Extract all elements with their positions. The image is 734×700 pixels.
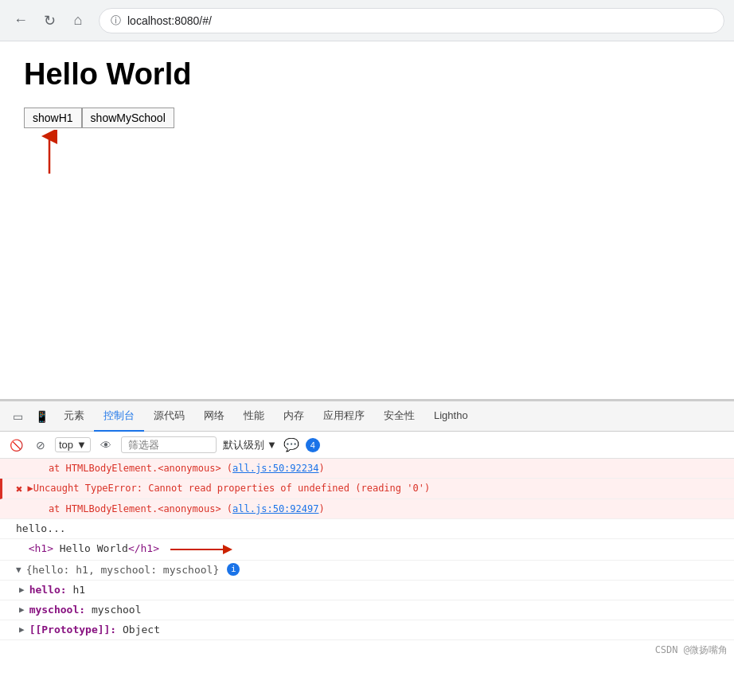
level-selector[interactable]: 默认级别 ▼ [223, 438, 277, 452]
level-dropdown-icon: ▼ [267, 439, 277, 451]
prototype-prop-text: [[Prototype]]: Object [29, 623, 160, 637]
page-content: Hello World showH1 showMySchool [0, 41, 734, 400]
myschool-prop-text: myschool: myschool [29, 603, 142, 617]
console-toolbar: 🚫 ⊘ top ▼ 👁 默认级别 ▼ 💬 4 [0, 432, 734, 459]
error1-at-text: at HTMLBodyElement.<anonymous> (all.js:5… [25, 461, 325, 475]
filter-button[interactable]: ⊘ [33, 437, 49, 453]
message-icon: 💬 [283, 437, 299, 452]
prototype-expand-icon[interactable]: ▶ [19, 623, 25, 637]
nav-buttons: ← ↻ ⌂ [10, 10, 89, 32]
console-output: at HTMLBodyElement.<anonymous> (all.js:5… [0, 459, 734, 698]
context-label: top [59, 439, 73, 451]
error2-icon: ✖ [16, 482, 22, 496]
console-prototype-prop: ▶ [[Prototype]]: Object [0, 620, 734, 640]
csdn-watermark: CSDN @微扬嘴角 [0, 640, 734, 660]
error1-link[interactable]: all.js:50:92234 [232, 463, 318, 474]
back-button[interactable]: ← [10, 10, 32, 32]
info-icon: ⓘ [111, 14, 121, 28]
console-plain-hello: hello... [0, 519, 734, 539]
tab-console[interactable]: 控制台 [94, 401, 144, 432]
context-selector[interactable]: top ▼ [55, 437, 91, 452]
console-error-1-at: at HTMLBodyElement.<anonymous> (all.js:5… [0, 459, 734, 479]
console-red-arrow [170, 542, 234, 557]
show-h1-button[interactable]: showH1 [24, 108, 82, 128]
tab-network[interactable]: 网络 [194, 401, 234, 432]
reload-button[interactable]: ↻ [38, 10, 61, 32]
tab-elements[interactable]: 元素 [54, 401, 94, 432]
tab-performance[interactable]: 性能 [234, 401, 274, 432]
devtools-tabbar: ▭ 📱 元素 控制台 源代码 网络 性能 内存 应用程序 安全性 Lightho [0, 401, 734, 432]
page-title: Hello World [24, 57, 710, 92]
context-dropdown-icon: ▼ [76, 439, 87, 451]
object-info-icon: i [227, 563, 240, 576]
console-h1-tag: <h1> Hello World</h1> [0, 539, 734, 561]
level-label: 默认级别 [223, 438, 264, 452]
url-text: localhost:8080/#/ [127, 14, 212, 27]
object-text: {hello: h1, myschool: myschool} [26, 563, 220, 577]
home-button[interactable]: ⌂ [67, 10, 89, 32]
device-toolbar-icon[interactable]: 📱 [30, 405, 53, 428]
tab-lighthouse[interactable]: Lightho [424, 401, 478, 432]
error2-link[interactable]: all.js:50:92497 [232, 503, 318, 514]
error2-text: ▶Uncaught TypeError: Cannot read propert… [27, 481, 430, 495]
error2-at-text: at HTMLBodyElement.<anonymous> (all.js:5… [25, 502, 325, 516]
clear-console-button[interactable]: 🚫 [6, 437, 26, 453]
tab-sources[interactable]: 源代码 [144, 401, 194, 432]
hello-prop-text: hello: h1 [29, 583, 85, 597]
console-myschool-prop: ▶ myschool: myschool [0, 600, 734, 620]
tab-memory[interactable]: 内存 [274, 401, 314, 432]
tab-security[interactable]: 安全性 [374, 401, 424, 432]
error-count-badge: 4 [306, 438, 320, 452]
console-error-2-at: at HTMLBodyElement.<anonymous> (all.js:5… [0, 499, 734, 519]
hello-expand-icon[interactable]: ▶ [19, 583, 25, 597]
h1-tag-text: <h1> Hello World</h1> [16, 542, 159, 556]
tab-application[interactable]: 应用程序 [314, 401, 374, 432]
myschool-expand-icon[interactable]: ▶ [19, 603, 25, 617]
inspect-element-icon[interactable]: ▭ [6, 405, 29, 428]
red-arrow [33, 130, 65, 174]
devtools-panel: ▭ 📱 元素 控制台 源代码 网络 性能 内存 应用程序 安全性 Lightho… [0, 400, 734, 698]
address-bar[interactable]: ⓘ localhost:8080/#/ [99, 8, 724, 33]
console-object-line: ▼ {hello: h1, myschool: myschool} i [0, 561, 734, 581]
object-expand-icon[interactable]: ▼ [16, 563, 21, 577]
console-hello-prop: ▶ hello: h1 [0, 581, 734, 600]
button-row: showH1 showMySchool [24, 108, 710, 128]
eye-button[interactable]: 👁 [97, 437, 115, 453]
hello-text: hello... [16, 522, 66, 536]
filter-input[interactable] [121, 436, 217, 453]
console-error-2: ✖ ▶Uncaught TypeError: Cannot read prope… [0, 479, 734, 499]
browser-chrome: ← ↻ ⌂ ⓘ localhost:8080/#/ [0, 0, 734, 41]
show-myschool-button[interactable]: showMySchool [82, 108, 174, 128]
